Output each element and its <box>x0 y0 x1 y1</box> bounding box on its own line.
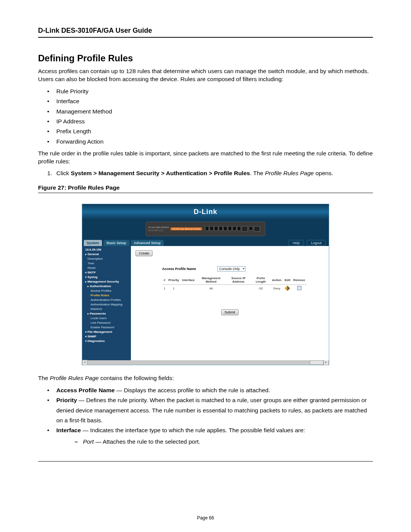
device-dcs-label: DCS 300 A.0.1 <box>148 229 169 232</box>
tab-basic-setup[interactable]: Basic Setup <box>104 240 129 246</box>
submit-button[interactable]: Submit <box>221 309 239 315</box>
ethernet-port-icon <box>205 226 209 231</box>
step1-suffix: opens. <box>314 170 333 176</box>
tree-node[interactable]: Diagnostics <box>82 339 131 343</box>
page-footer: Page 66 <box>0 515 411 521</box>
tree-node[interactable]: SNTP <box>82 270 131 275</box>
brand-logo: D-Link <box>194 208 217 216</box>
tab-advanced-setup[interactable]: Advanced Setup <box>131 240 164 246</box>
scroll-thumb[interactable] <box>310 360 323 365</box>
step-list: 1. Click System > Management Security > … <box>47 169 373 177</box>
tree-ip: 10.6.39.150 <box>82 248 131 252</box>
tree-node[interactable]: Description <box>82 257 131 261</box>
field-sub-item: Port — Attaches the rule to the selected… <box>75 437 373 446</box>
help-button[interactable]: Help <box>288 240 304 246</box>
cell-index: 1 <box>162 285 167 292</box>
step1-pagename: Profile Rules Page <box>265 170 314 176</box>
tree-node[interactable]: Time <box>82 261 131 266</box>
order-para: The rule order in the profile rules tabl… <box>38 150 373 166</box>
tree-node[interactable]: Reset <box>82 266 131 270</box>
cell-priority: 1 <box>167 285 180 292</box>
tree-node[interactable]: SNMP <box>82 334 131 339</box>
field-def-item: Interface — Indicates the interface type… <box>47 425 373 446</box>
nav-tree: 10.6.39.150 GeneralDescriptionTimeResetS… <box>82 246 131 360</box>
ethernet-port-icon <box>233 226 236 231</box>
tree-node[interactable]: Access Profiles <box>82 289 131 293</box>
cell-action: Deny <box>271 285 283 292</box>
field-sub-list: Port — Attaches the rule to the selected… <box>75 437 373 446</box>
horizontal-scrollbar[interactable]: ◂ ▸ <box>82 360 329 365</box>
list-item: IP Address <box>47 117 373 126</box>
tree-node[interactable]: General <box>82 252 131 257</box>
tree-node[interactable]: Management Security <box>82 280 131 284</box>
intro-para: Access profiles can contain up to 128 ru… <box>38 67 373 83</box>
column-header: Priority <box>167 275 180 285</box>
tree-node[interactable]: Line Password <box>82 321 131 325</box>
footer-rule <box>38 461 373 462</box>
field-desc: — Indicates the interface type to which … <box>81 427 305 433</box>
logout-button[interactable]: Logout <box>307 240 326 246</box>
device-model-label: D-Link DES-3010FA <box>148 226 169 229</box>
tree-node[interactable]: Authentication Mapping <box>82 302 131 307</box>
tree-node[interactable]: Profile Rules <box>82 293 131 298</box>
scroll-left-button[interactable]: ◂ <box>82 360 88 365</box>
cell-remove[interactable] <box>292 285 307 292</box>
cell-prefix: /32 <box>251 285 271 292</box>
list-item: Interface <box>47 96 373 106</box>
tree-node[interactable]: Authentication Profiles <box>82 298 131 302</box>
tree-node[interactable]: Enable Password <box>82 325 131 330</box>
field-desc: — Displays the access profile to which t… <box>115 387 270 393</box>
fiber-port-icon <box>249 226 253 231</box>
column-header: Source IP Address <box>226 275 251 285</box>
cell-interface <box>180 285 196 292</box>
list-item: Prefix Length <box>47 126 373 136</box>
cell-method: All <box>196 285 226 292</box>
uplink-port-icon <box>242 226 248 232</box>
field-def-item: Priority — Defines the rule priority. Wh… <box>47 395 373 425</box>
tree-node[interactable]: Passwords <box>82 312 131 316</box>
create-button[interactable]: Create <box>135 250 153 256</box>
device-graphic: D-Link DES-3010FA DCS 300 A.0.1 10/100 F… <box>146 222 265 236</box>
column-header: Edit <box>283 275 292 285</box>
figure-caption: Figure 27: Profile Rules Page <box>38 184 373 191</box>
tab-bar: System Basic Setup Advanced Setup Help L… <box>82 237 329 246</box>
embedded-screenshot: D-Link D-Link DES-3010FA DCS 300 A.0.1 1… <box>82 204 329 365</box>
field-def-list: Access Profile Name — Displays the acces… <box>47 385 373 446</box>
content-pane: Create Access Profile Name Console Only … <box>131 246 329 360</box>
tab-system[interactable]: System <box>84 240 102 246</box>
field-desc: — Defines the rule priority. When the pa… <box>56 397 367 423</box>
field-name: Interface <box>56 427 81 433</box>
step-1: 1. Click System > Management Security > … <box>47 169 373 177</box>
edit-icon[interactable] <box>285 285 290 291</box>
remove-checkbox[interactable] <box>297 286 301 290</box>
tree-node[interactable]: Local Users <box>82 316 131 321</box>
section-heading: Defining Profile Rules <box>38 53 373 64</box>
fields-intro-post: contains the following fields: <box>99 375 174 381</box>
cell-edit[interactable] <box>283 285 292 292</box>
doc-header-title: D-Link DES-3010FA/GA User Guide <box>38 27 373 35</box>
field-def-item: Access Profile Name — Displays the acces… <box>47 385 373 395</box>
access-profile-name-select[interactable]: Console Only <box>217 266 245 272</box>
scroll-right-button[interactable]: ▸ <box>323 360 329 365</box>
fields-intro-pre: The <box>38 375 50 381</box>
column-header: Remove <box>292 275 307 285</box>
ethernet-port-icon <box>219 226 223 231</box>
ethernet-port-icon <box>214 226 218 231</box>
table-row: 1 1 All /32 Deny <box>162 285 307 292</box>
tree-node[interactable]: RADIUS <box>82 307 131 312</box>
device-tag-label: 10/100 Fast Ethernet Switch <box>170 227 202 230</box>
device-panel: D-Link DES-3010FA DCS 300 A.0.1 10/100 F… <box>82 219 329 237</box>
app-body: 10.6.39.150 GeneralDescriptionTimeResetS… <box>82 246 329 360</box>
rules-table: #PriorityInterfaceManagement MethodSourc… <box>162 275 307 292</box>
field-name: Access Profile Name <box>56 387 115 393</box>
app-titlebar: D-Link <box>82 204 329 219</box>
ethernet-port-icon <box>223 226 227 231</box>
document-page: D-Link DES-3010FA/GA User Guide Defining… <box>0 0 411 532</box>
fields-intro: The Profile Rules Page contains the foll… <box>38 374 373 382</box>
field-name: Priority <box>56 397 77 403</box>
tree-node[interactable]: Authentication <box>82 284 131 289</box>
column-header: Interface <box>180 275 196 285</box>
tree-node[interactable]: File Management <box>82 330 131 334</box>
tree-node[interactable]: Syslog <box>82 275 131 280</box>
step1-prefix: Click <box>56 170 71 176</box>
